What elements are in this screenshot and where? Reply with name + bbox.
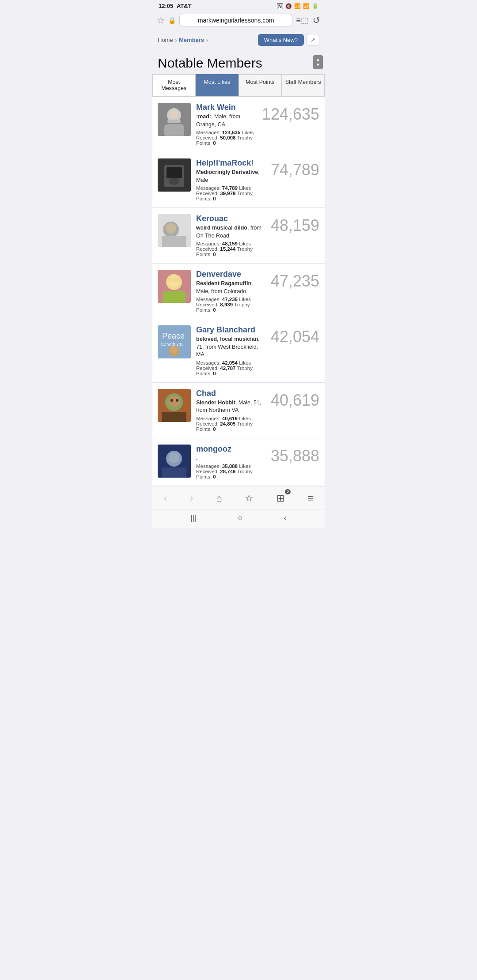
member-stats: Messages: 42,054 Likes Received: 42,787 … [196, 360, 265, 376]
member-info: Denverdave Resident Ragamuffin, Male, fr… [196, 270, 265, 313]
member-title: Mediocringly Derivative, Male [196, 169, 265, 184]
member-message-count: 48,159 [271, 214, 319, 234]
svg-rect-4 [167, 120, 181, 123]
member-row: Peace be with you Gary Blanchard beloved… [152, 319, 325, 383]
member-title: weird musical dildo, from On The Road [196, 224, 265, 240]
member-info: mongooz . Messages: 35,888 Likes Receive… [196, 445, 265, 480]
battery-icon: 🔋 [312, 3, 318, 9]
tab-staff-members[interactable]: Staff Members [282, 74, 325, 96]
page-title: Notable Members [152, 50, 268, 74]
svg-point-27 [170, 399, 173, 402]
avatar-image [158, 158, 191, 192]
svg-rect-2 [164, 124, 184, 136]
breadcrumb-sep-1: › [175, 36, 177, 44]
svg-text:Peace: Peace [162, 332, 185, 340]
avatar-image [158, 214, 191, 247]
svg-point-32 [169, 452, 179, 463]
avatar [158, 103, 191, 136]
tab-most-likes[interactable]: Most Likes [196, 74, 239, 96]
member-title: . [196, 455, 265, 463]
member-row: Mark Wein :mad:, Male, from Orange, CA M… [152, 97, 325, 152]
avatar-image [158, 445, 191, 478]
member-title: beloved, local musician, 71, from West B… [196, 335, 265, 359]
avatar [158, 445, 191, 478]
favorite-icon[interactable]: ☆ [157, 15, 165, 26]
member-name[interactable]: mongooz [196, 445, 265, 454]
browser-bar: ☆ 🔒 markweinguitarlessons.com ≡⬚ ↺ [152, 11, 325, 30]
scroll-down-icon[interactable]: ▼ [316, 62, 320, 68]
home-button[interactable]: ⌂ [212, 491, 226, 506]
refresh-icon[interactable]: ↺ [313, 15, 320, 26]
whats-new-button[interactable]: What's New? [258, 34, 304, 46]
member-message-count: 42,054 [271, 325, 319, 345]
home-system-button[interactable]: ○ [238, 513, 243, 523]
member-info: Gary Blanchard beloved, local musician, … [196, 325, 265, 376]
browser-actions: ≡⬚ ↺ [296, 15, 320, 26]
svg-point-22 [170, 346, 178, 353]
nfc-icon: N [277, 3, 283, 9]
member-info: Kerouac weird musical dildo, from On The… [196, 214, 265, 257]
scroll-handle[interactable]: ▲ ▼ [313, 55, 323, 69]
svg-point-3 [170, 110, 178, 119]
reader-icon[interactable]: ≡⬚ [296, 15, 308, 25]
lock-icon: 🔒 [168, 17, 176, 24]
member-message-count: 74,789 [271, 158, 319, 178]
avatar [158, 214, 191, 247]
status-time-carrier: 12:05 AT&T [159, 3, 192, 9]
svg-point-8 [169, 178, 179, 185]
member-stats: Messages: 40,619 Likes Received: 24,805 … [196, 416, 265, 432]
member-message-count: 35,888 [271, 445, 319, 464]
svg-rect-17 [167, 278, 182, 282]
svg-rect-15 [163, 291, 186, 303]
member-stats: Messages: 48,159 Likes Received: 15,244 … [196, 241, 265, 257]
member-row: Help!I'maRock! Mediocringly Derivative, … [152, 152, 325, 208]
breadcrumb-home[interactable]: Home [158, 37, 173, 43]
tabs-button[interactable]: ⊞ 2 [272, 491, 289, 506]
back-button[interactable]: ‹ [159, 491, 171, 506]
external-link-button[interactable]: ↗ [307, 34, 319, 46]
mute-icon: 🔇 [285, 3, 292, 9]
tabs-container: Most Messages Most Likes Most Points Sta… [152, 74, 325, 97]
avatar: Peace be with you [158, 325, 191, 358]
status-bar: 12:05 AT&T N 🔇 📶 📶 🔋 [152, 0, 325, 11]
member-info: Chad Slender Hobbit, Male, 51, from Nort… [196, 389, 265, 432]
svg-point-12 [166, 223, 176, 234]
signal-icon: 📶 [303, 3, 310, 9]
member-stats: Messages: 35,888 Likes Received: 28,749 … [196, 464, 265, 479]
url-bar[interactable]: markweinguitarlessons.com [179, 14, 292, 27]
svg-rect-7 [167, 167, 182, 178]
member-name[interactable]: Gary Blanchard [196, 325, 265, 335]
member-name[interactable]: Chad [196, 389, 265, 398]
member-title: :mad:, Male, from Orange, CA [196, 113, 257, 128]
svg-rect-11 [162, 236, 186, 247]
breadcrumb-sep-2: › [206, 36, 208, 44]
avatar [158, 389, 191, 422]
member-row: Chad Slender Hobbit, Male, 51, from Nort… [152, 383, 325, 438]
member-name[interactable]: Kerouac [196, 214, 265, 223]
tab-most-messages[interactable]: Most Messages [152, 74, 196, 96]
svg-point-28 [176, 399, 178, 402]
avatar-image [158, 270, 191, 303]
bookmark-button[interactable]: ☆ [240, 491, 258, 506]
member-row: mongooz . Messages: 35,888 Likes Receive… [152, 438, 325, 486]
tab-most-points[interactable]: Most Points [238, 74, 282, 96]
scroll-up-icon[interactable]: ▲ [316, 57, 320, 62]
member-name[interactable]: Help!I'maRock! [196, 158, 265, 168]
member-name[interactable]: Denverdave [196, 270, 265, 279]
member-name[interactable]: Mark Wein [196, 103, 257, 112]
forward-button[interactable]: › [186, 491, 197, 506]
recents-button[interactable]: ||| [191, 513, 197, 523]
member-title: Resident Ragamuffin, Male, from Colorado [196, 280, 265, 295]
svg-rect-25 [162, 412, 186, 422]
breadcrumb: Home › Members › What's New? ↗ [152, 30, 325, 50]
avatar [158, 270, 191, 303]
avatar-image: Peace be with you [158, 325, 191, 358]
status-icons: N 🔇 📶 📶 🔋 [277, 3, 318, 9]
member-info: Help!I'maRock! Mediocringly Derivative, … [196, 158, 265, 201]
svg-text:be with you: be with you [161, 342, 184, 347]
breadcrumb-members[interactable]: Members [179, 37, 204, 43]
back-system-button[interactable]: ‹ [284, 513, 286, 523]
menu-button[interactable]: ≡ [303, 491, 318, 506]
wifi-icon: 📶 [294, 3, 301, 9]
tabs-row: Most Messages Most Likes Most Points Sta… [152, 74, 325, 97]
